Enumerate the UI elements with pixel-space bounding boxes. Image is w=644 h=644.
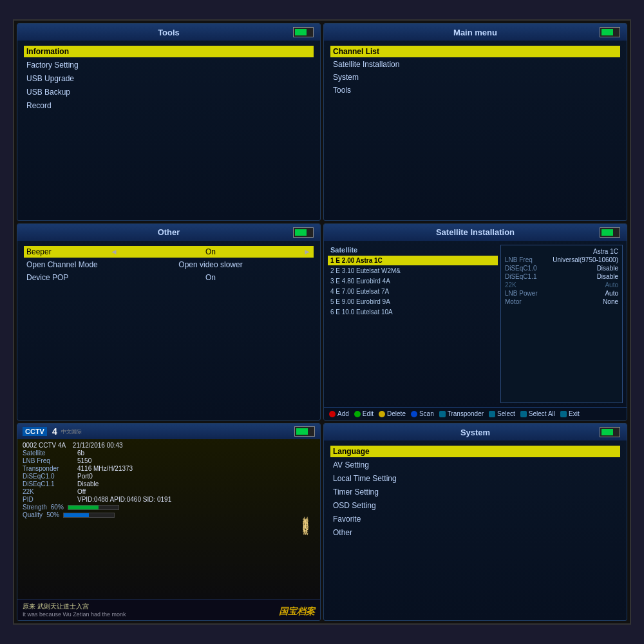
dot-select: [489, 411, 495, 417]
panel-main-menu: Main menu Channel List Satellite Install…: [323, 23, 627, 221]
signal-indicator-system: [600, 427, 620, 437]
live-row-strength: Strength 60%: [23, 504, 315, 511]
footer-en-text: It was because Wu Zetian had the monk: [23, 611, 126, 618]
live-row-program: 0002 CCTV 4A 21/12/2016 00:43: [23, 442, 315, 449]
panel-system: System Language AV Setting Local Time Se…: [323, 423, 627, 621]
btn-transponder[interactable]: Transponder: [439, 410, 484, 417]
other-header: Other: [17, 224, 320, 241]
system-body: Language AV Setting Local Time Setting T…: [324, 440, 627, 620]
channel-mode-label: Open Channel Mode: [26, 260, 110, 269]
strength-bar: [68, 505, 119, 510]
quality-label: Quality: [23, 511, 43, 518]
sat-item-3[interactable]: 3 E 4.80 Eurobird 4A: [328, 276, 498, 286]
sat-item-4[interactable]: 4 E 7.00 Eutelsat 7A: [328, 287, 498, 296]
btn-edit[interactable]: Edit: [354, 410, 374, 417]
quality-bar: [63, 513, 115, 518]
other-title: Other: [44, 227, 293, 237]
sat-item-1[interactable]: 1 E 2.00 Astra 1C: [328, 256, 498, 265]
menu-item-satellite-installation[interactable]: Satellite Installation: [330, 59, 620, 70]
menu-item-channel-list[interactable]: Channel List: [330, 46, 620, 57]
menu-item-local-time[interactable]: Local Time Setting: [330, 473, 620, 484]
tools-header: Tools: [17, 24, 320, 41]
beeper-value: On: [120, 247, 301, 256]
program-info: 0002 CCTV 4A 21/12/2016 00:43: [23, 442, 123, 449]
panel-satellite: Satellite Installation Satellite 1 E 2.0…: [323, 223, 627, 421]
btn-edit-label: Edit: [363, 410, 374, 417]
strength-pct: 60%: [51, 504, 64, 511]
menu-item-tools[interactable]: Tools: [330, 84, 620, 96]
signal-indicator: [293, 27, 314, 37]
menu-item-timer[interactable]: Timer Setting: [330, 486, 620, 498]
btn-scan[interactable]: Scan: [411, 410, 434, 417]
channel-brand: CCTV: [23, 427, 47, 436]
diseqc11-val: Disable: [77, 480, 99, 488]
menu-item-favorite[interactable]: Favorite: [330, 513, 620, 525]
dot-green: [354, 411, 361, 417]
menu-item-information[interactable]: Information: [24, 46, 314, 57]
footer-cn-text: 原来 武则天让道士入宫: [23, 602, 126, 611]
dot-red: [329, 411, 336, 417]
btn-exit[interactable]: Exit: [560, 410, 580, 417]
signal-fill-other: [295, 229, 307, 236]
detail-diseqc10: DiSEqC1.0 Disable: [505, 265, 618, 272]
menu-item-factory[interactable]: Factory Setting: [24, 59, 314, 71]
system-title: System: [351, 428, 600, 437]
btn-select-all[interactable]: Select All: [520, 410, 555, 417]
signal-indicator-other: [293, 227, 314, 238]
signal-indicator-main: [600, 27, 620, 37]
sat-item-5[interactable]: 5 E 9.00 Eurobird 9A: [328, 297, 498, 307]
lnb-val: 5150: [77, 457, 91, 464]
strength-fill: [68, 506, 99, 509]
btn-exit-label: Exit: [569, 410, 580, 417]
satellite-title: Satellite Installation: [351, 227, 600, 237]
other-row-device-pop[interactable]: Device POP On: [24, 272, 314, 283]
pid-val: VPID:0488 APID:0460 SID: 0191: [77, 496, 171, 503]
menu-item-language[interactable]: Language: [330, 446, 620, 457]
system-header: System: [324, 424, 627, 440]
live-footer: 原来 武则天让道士入宫 It was because Wu Zetian had…: [17, 599, 320, 620]
live-row-pid: PID VPID:0488 APID:0460 SID: 0191: [23, 496, 315, 503]
dot-exit: [560, 411, 567, 417]
btn-delete[interactable]: Delete: [379, 410, 406, 417]
btn-select[interactable]: Select: [489, 410, 515, 417]
menu-item-other[interactable]: Other: [330, 527, 620, 538]
sat-item-2[interactable]: 2 E 3.10 Eutelsat W2M&: [328, 266, 498, 276]
detail-lnb-power: LNB Power Auto: [505, 290, 618, 297]
menu-item-system[interactable]: System: [330, 71, 620, 83]
transponder-val: 4116 MHz/H/21373: [77, 465, 133, 472]
btn-add[interactable]: Add: [329, 410, 349, 417]
channel-logo: 国宝档案: [279, 606, 315, 618]
device-pop-label: Device POP: [26, 273, 110, 282]
signal-fill-main: [601, 29, 613, 35]
other-row-channel-mode[interactable]: Open Channel Mode Open video slower: [24, 259, 314, 270]
main-menu-body: Channel List Satellite Installation Syst…: [324, 41, 627, 220]
live-row-satellite: Satellite 6b: [23, 450, 315, 457]
menu-item-osd[interactable]: OSD Setting: [330, 500, 620, 511]
quality-pct: 50%: [46, 511, 59, 518]
detail-name: Astra 1C: [505, 248, 618, 255]
channel-mode-value: Open video slower: [110, 260, 311, 269]
live-row-diseqc11: DiSEqC1.1 Disable: [23, 480, 315, 488]
main-menu-header: Main menu: [324, 24, 627, 41]
channel-number: 4: [52, 426, 57, 437]
main-menu-title: Main menu: [351, 28, 600, 37]
btn-add-label: Add: [337, 410, 349, 417]
btn-scan-label: Scan: [419, 410, 434, 417]
satellite-details: Astra 1C LNB Freq Universal(9750-10600) …: [500, 245, 623, 404]
menu-item-usb-upgrade[interactable]: USB Upgrade: [24, 73, 314, 84]
satellite-list-header: Satellite: [328, 245, 498, 255]
satellite-footer: Add Edit Delete Scan Transponder Select: [324, 407, 627, 420]
satellite-list: Satellite 1 E 2.00 Astra 1C 2 E 3.10 Eut…: [328, 245, 498, 404]
sat-item-6[interactable]: 6 E 10.0 Eutelsat 10A: [328, 307, 498, 317]
signal-fill: [295, 29, 307, 35]
live-row-diseqc10: DiSEqC1.0 Port0: [23, 473, 315, 480]
menu-item-av-setting[interactable]: AV Setting: [330, 459, 620, 471]
signal-indicator-sat: [600, 227, 620, 238]
chinese-text-side: 封神泰山武则天妙计登岳: [296, 442, 315, 596]
live-body: 0002 CCTV 4A 21/12/2016 00:43 Satellite …: [17, 439, 320, 599]
detail-motor: Motor None: [505, 298, 618, 305]
other-row-beeper[interactable]: Beeper ◄ On ►: [24, 246, 314, 258]
live-row-lnb: LNB Freq 5150: [23, 457, 315, 464]
menu-item-record[interactable]: Record: [24, 100, 314, 111]
menu-item-usb-backup[interactable]: USB Backup: [24, 86, 314, 98]
